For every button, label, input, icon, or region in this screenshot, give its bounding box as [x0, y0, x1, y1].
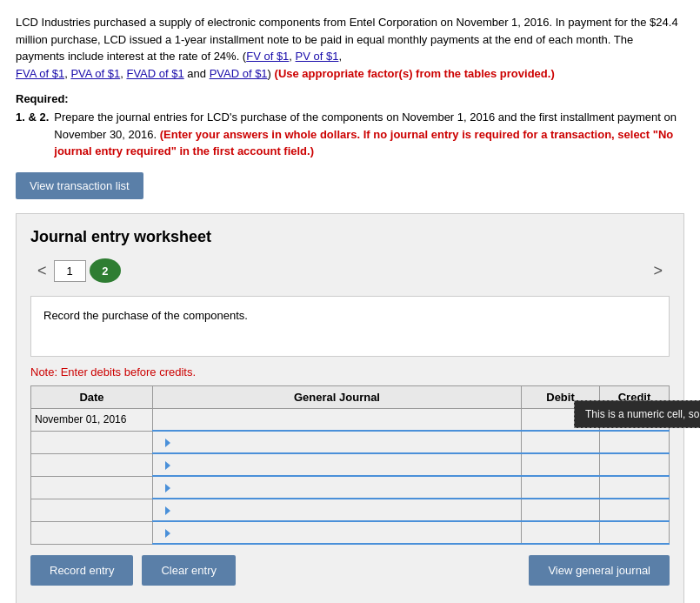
journal-table: Date General Journal Debit Credit Novemb…: [30, 385, 670, 546]
credit-cell-5[interactable]: [600, 499, 670, 521]
red-instruction: (Enter your answers in whole dollars. If…: [54, 128, 673, 158]
table-row: November 01, 2016 ✕ This is a numeric ce…: [31, 408, 670, 431]
credit-cell-3[interactable]: [600, 453, 670, 476]
clear-entry-button[interactable]: Clear entry: [142, 555, 236, 586]
credit-input-2[interactable]: [600, 432, 669, 452]
date-cell-4: [31, 476, 153, 499]
debit-input-1[interactable]: [522, 409, 599, 431]
note-text: Note: Enter debits before credits.: [30, 365, 670, 379]
worksheet-container: Journal entry worksheet < 1 2 > Record t…: [16, 213, 684, 604]
indent-triangle-2: [165, 439, 170, 447]
journal-input-5[interactable]: [176, 499, 516, 520]
table-row: [31, 453, 670, 476]
pvad-link[interactable]: PVAD of $1: [210, 67, 268, 80]
required-section: Required: 1. & 2. Prepare the journal en…: [16, 92, 684, 160]
debit-cell-6[interactable]: [522, 521, 600, 544]
credit-input-3[interactable]: [600, 454, 669, 475]
tab-2[interactable]: 2: [90, 258, 121, 283]
col-header-journal: General Journal: [153, 385, 522, 408]
credit-cell-4[interactable]: [600, 476, 670, 499]
description-text: Record the purchase of the components.: [43, 309, 248, 322]
use-factor-text: (Use appropriate factor(s) from the tabl…: [275, 67, 555, 80]
debit-input-2[interactable]: [522, 432, 599, 452]
debit-input-6[interactable]: [522, 522, 599, 543]
credit-cell-6[interactable]: [600, 521, 670, 544]
journal-input-2[interactable]: [176, 432, 516, 452]
item-number: 1. & 2.: [16, 109, 49, 160]
table-row: [31, 521, 670, 544]
debit-cell-1[interactable]: ✕ This is a numeric cell, so please ente…: [522, 408, 600, 431]
journal-input-4[interactable]: [176, 477, 516, 498]
fva-link[interactable]: FVA of $1: [16, 67, 64, 80]
fv-link[interactable]: FV of $1: [246, 50, 289, 63]
view-general-journal-button[interactable]: View general journal: [529, 555, 670, 586]
debit-cell-4[interactable]: [522, 476, 600, 499]
journal-cell-1[interactable]: [153, 408, 522, 431]
indent-triangle-4: [165, 484, 170, 492]
worksheet-title: Journal entry worksheet: [30, 228, 670, 246]
table-row: [31, 431, 670, 453]
table-row: [31, 476, 670, 499]
page-container: LCD Industries purchased a supply of ele…: [0, 0, 700, 603]
credit-input-5[interactable]: [600, 499, 669, 520]
pv-link[interactable]: PV of $1: [296, 50, 339, 63]
credit-input-4[interactable]: [600, 477, 669, 498]
prev-tab-arrow[interactable]: <: [30, 258, 54, 284]
indent-triangle-6: [165, 529, 170, 538]
debit-cell-2[interactable]: [522, 431, 600, 453]
debit-input-5[interactable]: [522, 499, 599, 520]
pva-link[interactable]: PVA of $1: [70, 67, 120, 80]
intro-text: LCD Industries purchased a supply of ele…: [16, 14, 684, 82]
description-box: Record the purchase of the components.: [30, 296, 670, 357]
record-entry-button[interactable]: Record entry: [30, 555, 133, 586]
journal-cell-2[interactable]: [153, 431, 522, 453]
col-header-date: Date: [31, 385, 153, 408]
next-tab-arrow[interactable]: >: [646, 258, 670, 284]
journal-cell-5[interactable]: [153, 499, 522, 521]
tab-navigation: < 1 2 >: [30, 258, 670, 284]
required-item: 1. & 2. Prepare the journal entries for …: [16, 109, 684, 160]
credit-cell-1[interactable]: [600, 408, 670, 431]
debit-cell-3[interactable]: [522, 453, 600, 476]
indent-triangle-3: [165, 461, 170, 470]
required-label: Required:: [16, 92, 684, 105]
date-cell-2: [31, 431, 153, 453]
journal-cell-3[interactable]: [153, 453, 522, 476]
journal-input-1[interactable]: [153, 409, 521, 431]
date-cell-5: [31, 499, 153, 521]
journal-cell-4[interactable]: [153, 476, 522, 499]
journal-cell-6[interactable]: [153, 521, 522, 544]
debit-input-4[interactable]: [522, 477, 599, 498]
debit-input-3[interactable]: [522, 454, 599, 475]
journal-input-3[interactable]: [176, 454, 516, 475]
debit-cell-5[interactable]: [522, 499, 600, 521]
view-transaction-button[interactable]: View transaction list: [16, 172, 143, 199]
col-header-debit: Debit: [522, 385, 600, 408]
indent-triangle-5: [165, 506, 170, 515]
date-cell-6: [31, 521, 153, 544]
col-header-credit: Credit: [600, 385, 670, 408]
table-row: [31, 499, 670, 521]
fvad-link[interactable]: FVAD of $1: [126, 67, 183, 80]
bottom-buttons: Record entry Clear entry View general jo…: [30, 545, 670, 596]
journal-input-6[interactable]: [176, 522, 516, 543]
credit-input-1[interactable]: [600, 409, 669, 431]
credit-cell-2[interactable]: [600, 431, 670, 453]
credit-input-6[interactable]: [600, 522, 669, 543]
tab-1[interactable]: 1: [54, 260, 86, 282]
date-cell-3: [31, 453, 153, 476]
item-text: Prepare the journal entries for LCD's pu…: [54, 109, 684, 160]
date-cell-1: November 01, 2016: [31, 408, 153, 431]
